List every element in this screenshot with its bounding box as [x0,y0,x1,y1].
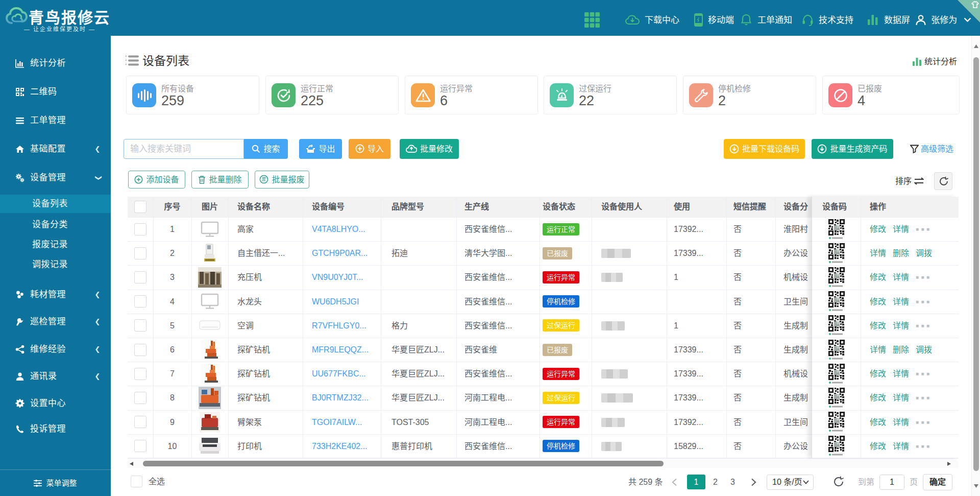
svg-text:废: 废 [262,177,266,182]
